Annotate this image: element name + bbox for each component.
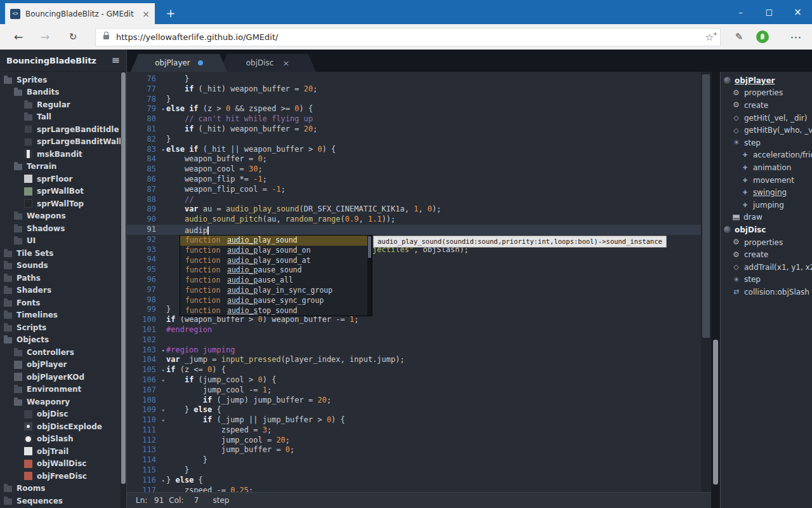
line-gutter[interactable]: 79: [127, 104, 166, 114]
line-gutter[interactable]: 76: [127, 74, 166, 84]
code-line-82[interactable]: 82}: [127, 135, 711, 145]
code-line-104[interactable]: 104var _jump = input_pressed(player_inde…: [127, 355, 711, 365]
autocomplete-item-audio-stop-sound[interactable]: functionaudio_stop_sound: [180, 306, 372, 316]
tree-item-sounds[interactable]: Sounds: [0, 260, 121, 272]
line-gutter[interactable]: 97: [127, 285, 166, 295]
outline-item-objplayer[interactable]: objPlayer: [721, 74, 812, 87]
editor-scrollbar[interactable]: [701, 72, 711, 492]
outline-item-objdisc[interactable]: objDisc: [721, 224, 812, 236]
panel-scrollbar-thumb[interactable]: [713, 340, 718, 485]
code-line-107[interactable]: 107 jump_cool -= 1;: [127, 385, 711, 396]
line-gutter[interactable]: 96: [127, 275, 166, 285]
line-gutter[interactable]: 99: [127, 305, 166, 315]
code-line-103[interactable]: 103#region jumping: [127, 345, 711, 356]
tree-item-sequences[interactable]: Sequences: [0, 495, 121, 507]
line-gutter[interactable]: 101: [127, 325, 166, 335]
code-line-106[interactable]: 106 if (jump_cool > 0) {: [127, 375, 711, 385]
tree-item-rooms[interactable]: Rooms: [0, 483, 121, 495]
line-gutter[interactable]: 82: [127, 135, 166, 145]
tree-item-scripts[interactable]: Scripts: [0, 321, 121, 334]
editor-scrollbar-thumb[interactable]: [702, 74, 710, 338]
code-line-111[interactable]: 111 zspeed = 3;: [127, 425, 711, 436]
code-line-102[interactable]: 102: [127, 335, 711, 345]
url-text[interactable]: https://yellowafterlife.github.io/GMEdit…: [116, 32, 278, 42]
line-gutter[interactable]: 114: [127, 455, 166, 465]
code-line-88[interactable]: 88 //: [127, 195, 711, 205]
outline-item-step[interactable]: step: [721, 137, 812, 149]
code-line-87[interactable]: 87 weapon_flip_cool = -1;: [127, 185, 711, 195]
autocomplete-scrollbar[interactable]: [367, 236, 372, 316]
refresh-button[interactable]: [61, 24, 85, 50]
tree-item-objplayerkod[interactable]: objPlayerKOd: [0, 371, 121, 384]
close-window-button[interactable]: [783, 0, 812, 24]
outline-item-collision-objslash[interactable]: collision:objSlash: [721, 286, 812, 298]
tree-item-sprlargebanditwalk[interactable]: sprLargeBanditWalk: [0, 136, 121, 149]
outline-item-step[interactable]: step: [721, 274, 812, 286]
new-tab-button[interactable]: [161, 4, 180, 22]
tree-item-tall[interactable]: Tall: [0, 111, 121, 124]
line-gutter[interactable]: 117: [127, 486, 166, 492]
forward-button[interactable]: [33, 24, 57, 50]
tree-item-weapons[interactable]: Weapons: [0, 210, 121, 223]
close-tab-icon[interactable]: ×: [282, 58, 289, 68]
extension-icon[interactable]: [756, 30, 769, 43]
fold-arrow-icon[interactable]: [162, 376, 165, 386]
tree-item-paths[interactable]: Paths: [0, 272, 121, 284]
outline-item-addtrail-x1-y1-x2-y2[interactable]: addTrail(x1, y1, x2, y2): [721, 261, 812, 274]
code-line-80[interactable]: 80 // can't hit while flying up: [127, 114, 711, 124]
tree-item-mskbandit[interactable]: mskBandit: [0, 148, 121, 161]
tree-item-sprites[interactable]: Sprites: [0, 74, 121, 86]
outline-item-create[interactable]: create: [721, 99, 812, 112]
outline-item-properties[interactable]: properties: [721, 236, 812, 249]
outline-item-create[interactable]: create: [721, 248, 812, 261]
outline-item-draw[interactable]: draw: [721, 211, 812, 224]
back-button[interactable]: [6, 24, 30, 50]
address-bar[interactable]: https://yellowafterlife.github.io/GMEdit…: [95, 28, 721, 46]
line-gutter[interactable]: 105: [127, 365, 166, 375]
sidebar-scrollbar[interactable]: [121, 72, 126, 508]
tree-item-timelines[interactable]: Timelines: [0, 309, 121, 322]
autocomplete-item-audio-pause-sync-group[interactable]: functionaudio_pause_sync_group: [180, 296, 372, 306]
line-gutter[interactable]: 94: [127, 255, 166, 265]
line-gutter[interactable]: 108: [127, 396, 166, 406]
add-favorite-star-icon[interactable]: [705, 32, 714, 43]
line-gutter[interactable]: 98: [127, 295, 166, 305]
tab-close-icon[interactable]: [142, 9, 150, 19]
tree-item-tile-sets[interactable]: Tile Sets: [0, 247, 121, 260]
tree-item-objdisc[interactable]: objDisc: [0, 408, 121, 421]
outline-item-acceleration-friction[interactable]: acceleration/friction: [721, 149, 812, 162]
line-gutter[interactable]: 86: [127, 175, 166, 185]
autocomplete-scrollbar-thumb[interactable]: [368, 236, 371, 258]
code-line-101[interactable]: 101#endregion: [127, 325, 711, 335]
autocomplete-item-audio-play-sound-on[interactable]: functionaudio_play_sound_on: [180, 246, 372, 256]
outline-item-properties[interactable]: properties: [721, 87, 812, 100]
outline-item-gethit-vel-dir[interactable]: getHit(_vel, _dir): [721, 112, 812, 124]
code-line-85[interactable]: 85 weapon_cool = 30;: [127, 164, 711, 175]
code-line-83[interactable]: 83else if (_hit || weapon_buffer > 0) {: [127, 145, 711, 155]
outline-item-swinging[interactable]: swinging: [721, 186, 812, 199]
tree-item-objfreedisc[interactable]: objFreeDisc: [0, 470, 121, 483]
code-line-81[interactable]: 81 if (_hit) weapon_buffer = 20;: [127, 124, 711, 135]
tree-item-sprwallbot[interactable]: sprWallBot: [0, 185, 121, 198]
code-line-76[interactable]: 76 }: [127, 74, 711, 84]
line-gutter[interactable]: 92: [127, 235, 166, 245]
line-gutter[interactable]: 80: [127, 114, 166, 124]
hamburger-menu-icon[interactable]: [112, 55, 120, 65]
tree-item-terrain[interactable]: Terrain: [0, 161, 121, 173]
line-gutter[interactable]: 107: [127, 385, 166, 396]
more-menu-icon[interactable]: [784, 25, 808, 48]
code-line-109[interactable]: 109 } else {: [127, 405, 711, 415]
code-line-79[interactable]: 79else if (z > 0 && zspeed >= 0) {: [127, 104, 711, 114]
line-gutter[interactable]: 95: [127, 265, 166, 275]
browser-tab[interactable]: BouncingBladeBlitz - GMEdit: [5, 3, 155, 24]
sidebar-scrollbar-thumb[interactable]: [121, 72, 126, 484]
code-line-110[interactable]: 110 if (_jump || jump_buffer > 0) {: [127, 415, 711, 425]
maximize-button[interactable]: [755, 0, 783, 24]
tree-item-sprlargebanditidle[interactable]: sprLargeBanditIdle: [0, 123, 121, 136]
tree-item-sprwalltop[interactable]: sprWallTop: [0, 197, 121, 210]
code-line-113[interactable]: 113 jump_buffer = 0;: [127, 445, 711, 455]
code-line-89[interactable]: 89 var au = audio_play_sound(DR_SFX_CINE…: [127, 204, 711, 215]
code-line-100[interactable]: 100if (weapon_buffer > 0) weapon_buffer …: [127, 315, 711, 325]
code-line-114[interactable]: 114 }: [127, 455, 711, 465]
web-note-icon[interactable]: [727, 27, 751, 47]
